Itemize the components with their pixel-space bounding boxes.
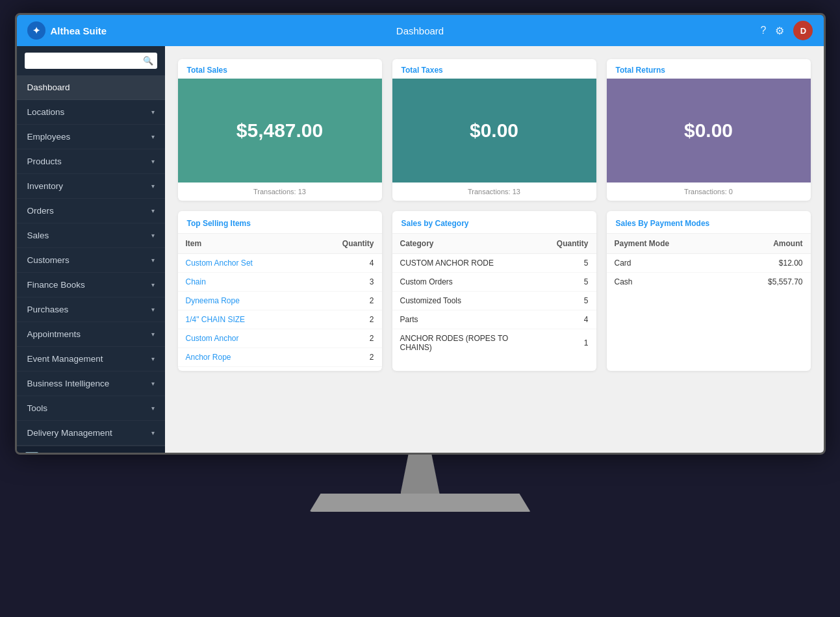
top-selling-card: Top Selling Items Item Quantity (178, 211, 382, 371)
sidebar-item-label: Event Management (27, 354, 103, 364)
top-selling-title: Top Selling Items (178, 211, 382, 234)
stats-row: Total Sales $5,487.00 Transactions: 13 T… (178, 59, 811, 201)
col-mode-header: Payment Mode (607, 234, 726, 254)
search-input[interactable] (25, 53, 157, 69)
sales-by-category-table: Category Quantity CUSTOM ANCHOR RODE5Cus… (392, 234, 596, 357)
col-category-header: Category (392, 234, 549, 254)
sidebar-item-customers[interactable]: Customers▾ (17, 248, 165, 273)
sidebar-item-label: Appointments (27, 329, 81, 339)
stat-footer-1: Transactions: 13 (392, 183, 596, 201)
sidebar-item-label: Finance Books (27, 280, 85, 290)
sidebar-item-locations[interactable]: Locations▾ (17, 100, 165, 125)
item-name: Chain (178, 273, 350, 292)
monitor-stand (310, 455, 531, 512)
payment-amount: $5,557.70 (726, 273, 811, 292)
item-name: 1/4" CHAIN SIZE (178, 310, 350, 329)
sidebar-item-tools[interactable]: Tools▾ (17, 396, 165, 421)
category-qty: 4 (549, 310, 596, 329)
category-name: Custom Orders (392, 273, 549, 292)
chevron-icon: ▾ (151, 257, 155, 264)
sidebar-item-sales[interactable]: Sales▾ (17, 223, 165, 248)
help-icon[interactable]: ? (761, 25, 767, 36)
table-row: CUSTOM ANCHOR RODE5 (392, 254, 596, 273)
sidebar-item-label: Delivery Management (27, 428, 112, 438)
chevron-icon: ▾ (151, 183, 155, 190)
col-qty-header: Quantity (259, 234, 381, 254)
footer-icon-1[interactable]: 🔄 (25, 451, 39, 453)
item-name: Advanced Custom Anchor (178, 367, 350, 371)
sidebar-item-orders[interactable]: Orders▾ (17, 199, 165, 223)
app-logo: ✦ Althea Suite (27, 21, 289, 40)
table-row: Anchor Rope2 (178, 348, 382, 367)
item-name: Anchor Rope (178, 348, 350, 367)
app-name: Althea Suite (51, 25, 107, 36)
sidebar-item-label: Orders (27, 206, 54, 216)
sidebar-item-finance-books[interactable]: Finance Books▾ (17, 273, 165, 297)
table-row: 1/4" CHAIN SIZE2 (178, 310, 382, 329)
category-qty: 5 (549, 292, 596, 310)
monitor-neck (401, 455, 440, 494)
sidebar-item-employees[interactable]: Employees▾ (17, 125, 165, 149)
topbar-actions: ? ⚙ D (551, 21, 813, 40)
sidebar-item-inventory[interactable]: Inventory▾ (17, 174, 165, 199)
item-qty: 2 (350, 310, 382, 329)
search-icon[interactable]: 🔍 (143, 56, 153, 66)
col-item-header: Item (178, 234, 260, 254)
sidebar-item-delivery-management[interactable]: Delivery Management▾ (17, 421, 165, 446)
sidebar-item-business-intelligence[interactable]: Business Intelligence▾ (17, 371, 165, 396)
table-row: Parts4 (392, 310, 596, 329)
footer-icon-5[interactable]: ⊞ (87, 451, 97, 453)
col-qty-cat-header: Quantity (549, 234, 596, 254)
sidebar-item-label: Business Intelligence (27, 379, 110, 388)
top-selling-table: Item Quantity (178, 234, 382, 254)
chevron-icon: ▾ (151, 380, 155, 387)
footer-icon-2[interactable]: ☰ (44, 451, 55, 453)
item-qty: 4 (350, 254, 382, 273)
item-name: Custom Anchor (178, 329, 350, 348)
chevron-icon: ▾ (151, 232, 155, 239)
stat-value-0: $5,487.00 (178, 79, 382, 183)
table-row: Card$12.00 (607, 254, 811, 273)
sidebar-item-event-management[interactable]: Event Management▾ (17, 347, 165, 371)
item-name: Custom Anchor Set (178, 254, 350, 273)
sales-by-payment-card: Sales By Payment Modes Payment Mode Amou… (607, 211, 811, 371)
chevron-icon: ▾ (151, 405, 155, 412)
sidebar-item-label: Locations (27, 107, 65, 117)
sidebar-item-label: Tools (27, 403, 48, 413)
top-selling-body-table: Custom Anchor Set4Chain3Dyneema Rope21/4… (178, 254, 382, 371)
table-row: Dyneema Rope2 (178, 292, 382, 310)
col-amount-header: Amount (726, 234, 811, 254)
topbar: ✦ Althea Suite Dashboard ? ⚙ D (17, 15, 824, 46)
chevron-icon: ▾ (151, 331, 155, 338)
table-row: Advanced Custom Anchor1 (178, 367, 382, 371)
top-selling-scroll[interactable]: Custom Anchor Set4Chain3Dyneema Rope21/4… (178, 254, 382, 371)
sales-by-payment-table: Payment Mode Amount Card$12.00Cash$5,557… (607, 234, 811, 291)
sidebar-item-label: Sales (27, 231, 49, 240)
category-qty: 5 (549, 273, 596, 292)
sidebar-item-label: Customers (27, 255, 70, 265)
user-avatar[interactable]: D (793, 21, 813, 40)
category-name: Parts (392, 310, 549, 329)
settings-icon[interactable]: ⚙ (775, 25, 784, 37)
sidebar-item-label: Purchases (27, 305, 69, 314)
content-area: Total Sales $5,487.00 Transactions: 13 T… (165, 46, 824, 453)
table-row: Cash$5,557.70 (607, 273, 811, 292)
table-row: Custom Orders5 (392, 273, 596, 292)
sidebar-item-products[interactable]: Products▾ (17, 149, 165, 174)
item-qty: 1 (350, 367, 382, 371)
bottom-row: Top Selling Items Item Quantity (178, 211, 811, 371)
sidebar-item-label: Inventory (27, 181, 64, 191)
sidebar-item-appointments[interactable]: Appointments▾ (17, 322, 165, 347)
sidebar: 🔍 DashboardLocations▾Employees▾Products▾… (17, 46, 165, 453)
sidebar-item-purchases[interactable]: Purchases▾ (17, 297, 165, 322)
item-qty: 2 (350, 348, 382, 367)
search-box: 🔍 (17, 46, 165, 75)
footer-icon-4[interactable]: ≡ (75, 452, 83, 453)
footer-icon-3[interactable]: ◉ (60, 451, 70, 453)
category-name: CUSTOM ANCHOR RODE (392, 254, 549, 273)
chevron-icon: ▾ (151, 429, 155, 436)
sidebar-item-dashboard[interactable]: Dashboard (17, 75, 165, 100)
payment-amount: $12.00 (726, 254, 811, 273)
table-row: Customized Tools5 (392, 292, 596, 310)
sales-by-category-title: Sales by Category (392, 211, 596, 234)
